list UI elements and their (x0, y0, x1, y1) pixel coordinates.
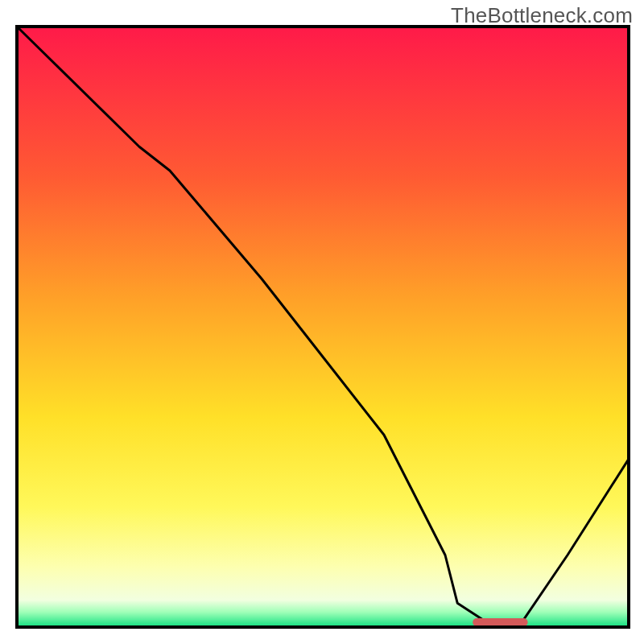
chart-svg (0, 0, 644, 644)
bottleneck-chart: TheBottleneck.com (0, 0, 644, 644)
watermark-text: TheBottleneck.com (451, 3, 633, 28)
optimal-marker (473, 618, 527, 626)
